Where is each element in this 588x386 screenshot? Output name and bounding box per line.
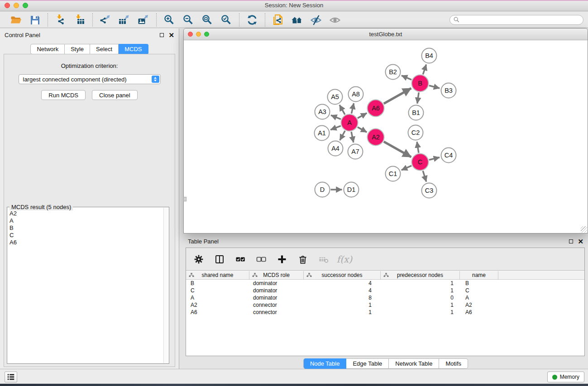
cell-MCDS-role: connector <box>249 302 304 308</box>
graph-edge-C-C3[interactable] <box>423 171 426 182</box>
deselect-all-button[interactable] <box>256 254 267 265</box>
criterion-select[interactable]: largest connected component (directed) <box>19 74 161 84</box>
graph-edge-A-A5[interactable] <box>339 105 345 114</box>
export-network-button[interactable] <box>97 13 114 27</box>
memory-button[interactable]: Memory <box>547 372 584 382</box>
graph-node-label-A5: A5 <box>331 93 339 100</box>
select-all-button[interactable] <box>235 254 246 265</box>
float-table-panel-icon[interactable] <box>569 239 573 243</box>
import-table-button[interactable] <box>71 13 88 27</box>
table-settings-button[interactable] <box>193 254 204 265</box>
network-window-titlebar[interactable]: testGlobe.txt <box>184 29 588 40</box>
mcds-result-item[interactable]: A6 <box>10 239 162 246</box>
search-input[interactable] <box>462 17 579 23</box>
houses-button[interactable] <box>288 13 306 27</box>
eye-icon <box>329 14 341 26</box>
column-layout-button[interactable] <box>214 254 225 265</box>
duplicate-network-file-button[interactable] <box>269 13 287 27</box>
graph-edge-B-B4[interactable] <box>423 64 426 74</box>
network-canvas[interactable]: AA1A2A3A4A5A6A7A8BB1B2B3B4CC1C2C3C4DD1 <box>184 41 588 233</box>
graph-edge-C-C1[interactable] <box>402 166 411 170</box>
zoom-in-button[interactable] <box>161 13 178 27</box>
graph-edge-B-B1[interactable] <box>417 92 419 103</box>
table-row[interactable]: Adominator80A <box>186 294 584 301</box>
tab-mcds[interactable]: MCDS <box>119 44 148 54</box>
table-panel-title: Table Panel <box>188 238 219 245</box>
add-column-button[interactable] <box>277 254 287 265</box>
table-row[interactable]: Cdominator41C <box>186 287 584 294</box>
float-panel-icon[interactable] <box>160 33 164 37</box>
cell-predecessor-nodes: 1 <box>381 287 460 294</box>
table-row[interactable]: A2connector11A2 <box>186 301 584 309</box>
resize-grip[interactable] <box>581 226 587 233</box>
zoom-out-button[interactable] <box>180 13 197 27</box>
mcds-result-item[interactable]: A <box>10 217 162 224</box>
result-scrollbar[interactable] <box>163 208 168 363</box>
graph-node-label-A8: A8 <box>352 91 360 98</box>
close-panel-button[interactable]: Close panel <box>92 90 138 100</box>
column-header-filler <box>498 271 584 279</box>
toolbar-separator <box>92 13 93 27</box>
open-file-button[interactable] <box>7 13 24 27</box>
splitter-handle[interactable] <box>183 197 186 201</box>
mcds-result-group: MCDS result (5 nodes) A2ABCA6 <box>7 207 169 364</box>
tab-node-table[interactable]: Node Table <box>303 358 347 369</box>
column-header-shared-name[interactable]: shared name <box>186 271 249 279</box>
cell-name: A <box>460 295 498 301</box>
eye-slash-button[interactable] <box>307 13 325 27</box>
graph-edge-B-B3[interactable] <box>429 86 440 88</box>
table-row[interactable]: Bdominator41B <box>186 280 584 287</box>
tab-network-table[interactable]: Network Table <box>389 358 439 369</box>
delete-column-button[interactable] <box>297 254 308 265</box>
zoom-fit-button[interactable] <box>199 13 216 27</box>
graph-edge-A2-C[interactable] <box>384 142 411 157</box>
mcds-result-item[interactable]: B <box>10 224 162 232</box>
tab-network[interactable]: Network <box>30 44 65 54</box>
desktop-edge-bottom <box>0 384 588 386</box>
tab-select[interactable]: Select <box>90 44 119 54</box>
save-session-button[interactable] <box>26 13 43 27</box>
task-history-button[interactable] <box>5 372 17 382</box>
close-panel-icon[interactable]: ✕ <box>168 33 174 37</box>
eye-slash-icon <box>310 14 322 26</box>
graph-edge-A-A6[interactable] <box>358 113 367 118</box>
eye-button[interactable] <box>326 13 344 27</box>
import-network-button[interactable] <box>52 13 69 27</box>
mcds-result-item[interactable]: C <box>10 232 162 239</box>
graph-edge-A-A7[interactable] <box>351 132 354 143</box>
graph-edge-A-A8[interactable] <box>351 103 354 114</box>
graph-node-label-B3: B3 <box>445 87 453 94</box>
cell-predecessor-nodes: 1 <box>381 280 460 286</box>
tab-edge-table[interactable]: Edge Table <box>346 358 389 369</box>
tab-style[interactable]: Style <box>65 44 90 54</box>
function-builder-button[interactable]: f(x) <box>339 254 350 265</box>
mcds-result-item[interactable]: A2 <box>10 210 162 217</box>
column-header-MCDS-role[interactable]: MCDS role <box>249 271 304 279</box>
table-row[interactable]: A6connector11A6 <box>186 309 584 316</box>
zoom-selected-button[interactable] <box>218 13 235 27</box>
graph-edge-A-A3[interactable] <box>331 115 341 119</box>
delete-table-button[interactable] <box>318 254 329 265</box>
column-header-predecessor-nodes[interactable]: predecessor nodes <box>381 271 460 279</box>
network-graph[interactable]: AA1A2A3A4A5A6A7A8BB1B2B3B4CC1C2C3C4DD1 <box>184 41 588 233</box>
graph-edge-B-B2[interactable] <box>402 76 411 80</box>
graph-edge-A6-B[interactable] <box>384 88 411 104</box>
graph-edge-C-C2[interactable] <box>417 142 419 152</box>
status-bar: Memory <box>0 369 588 384</box>
column-header-name[interactable]: name <box>460 271 498 279</box>
export-table-button[interactable] <box>116 13 133 27</box>
main-titlebar: Session: New Session <box>0 0 588 11</box>
select-stepper-icon <box>152 76 159 83</box>
graph-edge-C-C4[interactable] <box>429 157 440 160</box>
memory-label: Memory <box>560 374 579 380</box>
run-mcds-button[interactable]: Run MCDS <box>41 90 86 100</box>
graph-edge-A-A2[interactable] <box>358 127 367 132</box>
column-header-successor-nodes[interactable]: successor nodes <box>304 271 381 279</box>
refresh-button[interactable] <box>244 13 261 27</box>
export-image-button[interactable] <box>135 13 152 27</box>
graph-edge-A-A1[interactable] <box>330 126 341 130</box>
close-table-panel-icon[interactable]: ✕ <box>578 239 583 243</box>
tab-motifs[interactable]: Motifs <box>439 358 468 369</box>
graph-edge-A-A4[interactable] <box>340 131 345 140</box>
graph-node-label-B2: B2 <box>389 68 397 76</box>
